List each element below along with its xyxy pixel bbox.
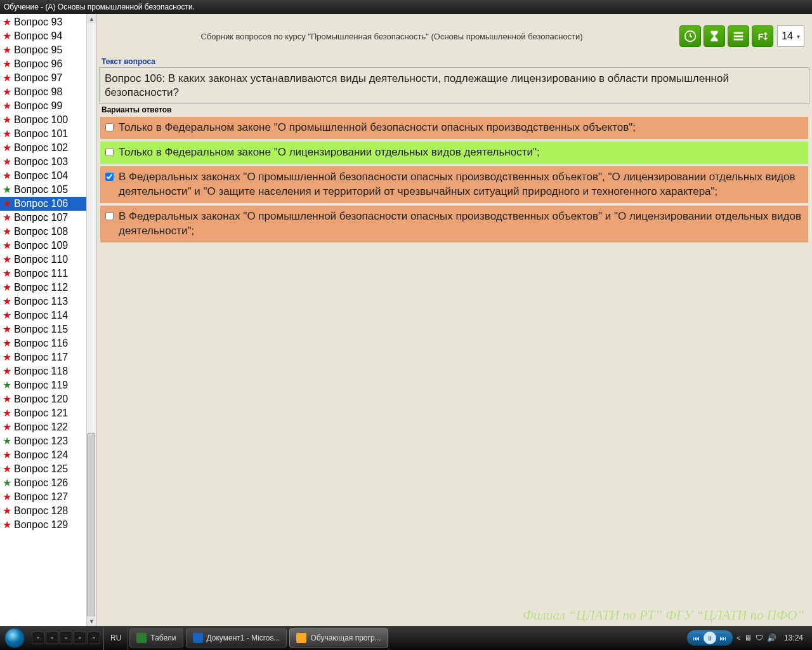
sidebar-question-110[interactable]: ★Вопрос 110 xyxy=(0,253,96,267)
task-label: Обучающая прогр... xyxy=(310,633,381,642)
answer-checkbox[interactable] xyxy=(105,173,114,181)
sidebar-question-120[interactable]: ★Вопрос 120 xyxy=(0,392,96,406)
sidebar-question-93[interactable]: ★Вопрос 93 xyxy=(0,15,96,29)
media-next-icon[interactable]: ⏭ xyxy=(717,632,729,644)
sidebar-question-125[interactable]: ★Вопрос 125 xyxy=(0,462,96,476)
window-title: Обучение - (А) Основы промышленной безоп… xyxy=(4,3,195,11)
sidebar-item-label: Вопрос 103 xyxy=(14,156,68,168)
star-icon: ★ xyxy=(3,352,11,362)
sidebar-question-97[interactable]: ★Вопрос 97 xyxy=(0,71,96,85)
sidebar-scrollbar[interactable]: ▲ ▼ xyxy=(86,14,96,626)
task-label: Табели xyxy=(150,633,176,642)
answer-checkbox[interactable] xyxy=(105,123,114,131)
sidebar-question-99[interactable]: ★Вопрос 99 xyxy=(0,99,96,113)
list-button[interactable] xyxy=(728,25,749,47)
title-bar: Обучение - (А) Основы промышленной безоп… xyxy=(0,0,812,14)
system-tray: ⏮ ⏸ ⏭ < 🖥 🛡 🔊 13:24 xyxy=(682,630,812,646)
sidebar-question-119[interactable]: ★Вопрос 119 xyxy=(0,378,96,392)
sidebar-question-128[interactable]: ★Вопрос 128 xyxy=(0,504,96,518)
answer-text: В Федеральных законах "О промышленной бе… xyxy=(119,209,803,239)
sidebar-question-115[interactable]: ★Вопрос 115 xyxy=(0,322,96,336)
sidebar-question-103[interactable]: ★Вопрос 103 xyxy=(0,155,96,169)
sidebar-item-label: Вопрос 109 xyxy=(14,240,68,251)
media-controls[interactable]: ⏮ ⏸ ⏭ xyxy=(687,630,733,646)
answer-option-1[interactable]: Только в Федеральном законе "О промышлен… xyxy=(100,117,808,139)
app-icon[interactable]: ▫ xyxy=(88,632,100,644)
sidebar-question-96[interactable]: ★Вопрос 96 xyxy=(0,57,96,71)
sidebar-question-107[interactable]: ★Вопрос 107 xyxy=(0,211,96,225)
sidebar-question-129[interactable]: ★Вопрос 129 xyxy=(0,518,96,532)
star-icon: ★ xyxy=(3,17,11,27)
sidebar-question-126[interactable]: ★Вопрос 126 xyxy=(0,476,96,490)
sidebar-question-100[interactable]: ★Вопрос 100 xyxy=(0,113,96,127)
scroll-down-arrow[interactable]: ▼ xyxy=(87,616,96,626)
task-icon xyxy=(296,633,306,643)
sidebar-question-108[interactable]: ★Вопрос 108 xyxy=(0,225,96,239)
scrollbar-thumb[interactable] xyxy=(87,433,95,617)
taskbar-task[interactable]: Документ1 - Micros... xyxy=(186,628,287,647)
sidebar-item-label: Вопрос 124 xyxy=(14,449,68,461)
star-icon: ★ xyxy=(3,324,11,335)
sidebar-item-label: Вопрос 97 xyxy=(14,72,62,84)
taskbar-task[interactable]: Табели xyxy=(129,628,183,647)
sidebar-question-117[interactable]: ★Вопрос 117 xyxy=(0,350,96,364)
answer-option-2[interactable]: Только в Федеральном законе "О лицензиро… xyxy=(100,142,808,164)
sidebar-item-label: Вопрос 104 xyxy=(14,170,68,182)
answer-text: В Федеральных законах "О промышленной бе… xyxy=(119,170,803,199)
volume-icon[interactable]: 🔊 xyxy=(767,633,776,642)
sidebar-question-112[interactable]: ★Вопрос 112 xyxy=(0,281,96,295)
answer-checkbox[interactable] xyxy=(105,148,114,156)
sidebar-item-label: Вопрос 105 xyxy=(14,184,68,196)
answer-option-3[interactable]: В Федеральных законах "О промышленной бе… xyxy=(100,166,808,203)
answer-option-4[interactable]: В Федеральных законах "О промышленной бе… xyxy=(100,206,808,242)
sidebar-question-101[interactable]: ★Вопрос 101 xyxy=(0,127,96,141)
sidebar-question-121[interactable]: ★Вопрос 121 xyxy=(0,406,96,420)
sidebar-question-114[interactable]: ★Вопрос 114 xyxy=(0,308,96,322)
switch-icon[interactable]: ▫ xyxy=(60,632,72,644)
sidebar-question-124[interactable]: ★Вопрос 124 xyxy=(0,448,96,462)
sidebar-question-118[interactable]: ★Вопрос 118 xyxy=(0,364,96,378)
clock-button[interactable] xyxy=(679,25,701,47)
star-icon: ★ xyxy=(3,115,11,125)
sidebar-question-94[interactable]: ★Вопрос 94 xyxy=(0,29,96,43)
language-indicator[interactable]: RU xyxy=(103,626,128,650)
scroll-up-arrow[interactable]: ▲ xyxy=(87,14,96,23)
sidebar-question-111[interactable]: ★Вопрос 111 xyxy=(0,267,96,281)
star-icon: ★ xyxy=(3,87,11,97)
star-icon: ★ xyxy=(3,464,11,474)
sidebar-question-102[interactable]: ★Вопрос 102 xyxy=(0,141,96,155)
tray-icon-1[interactable]: 🖥 xyxy=(744,633,752,642)
ie-icon[interactable]: ▫ xyxy=(46,632,58,644)
font-size-selector[interactable]: 14 ▾ xyxy=(777,25,804,47)
answer-text: Только в Федеральном законе "О лицензиро… xyxy=(119,145,540,160)
taskbar-task[interactable]: Обучающая прогр... xyxy=(289,628,388,647)
tray-chevron-icon[interactable]: < xyxy=(737,635,740,642)
question-sidebar[interactable]: ★Вопрос 93★Вопрос 94★Вопрос 95★Вопрос 96… xyxy=(0,14,96,626)
font-button[interactable]: F xyxy=(752,25,773,47)
sidebar-question-123[interactable]: ★Вопрос 123 xyxy=(0,434,96,448)
sidebar-question-109[interactable]: ★Вопрос 109 xyxy=(0,239,96,253)
star-icon: ★ xyxy=(3,185,11,195)
sidebar-item-label: Вопрос 96 xyxy=(14,58,62,70)
sidebar-question-116[interactable]: ★Вопрос 116 xyxy=(0,336,96,350)
media-play-icon[interactable]: ⏸ xyxy=(704,632,716,644)
sidebar-question-104[interactable]: ★Вопрос 104 xyxy=(0,169,96,183)
answer-checkbox[interactable] xyxy=(105,212,114,220)
clock[interactable]: 13:24 xyxy=(780,633,807,642)
sidebar-question-113[interactable]: ★Вопрос 113 xyxy=(0,295,96,308)
desktop-icon[interactable]: ▫ xyxy=(32,632,44,644)
hourglass-button[interactable] xyxy=(704,25,725,47)
sidebar-question-106[interactable]: ★Вопрос 106 xyxy=(0,197,96,211)
sidebar-item-label: Вопрос 101 xyxy=(14,128,68,140)
wmp-icon[interactable]: ▫ xyxy=(74,632,86,644)
sidebar-question-98[interactable]: ★Вопрос 98 xyxy=(0,85,96,99)
tray-icon-2[interactable]: 🛡 xyxy=(756,633,763,642)
star-icon: ★ xyxy=(3,101,11,111)
media-prev-icon[interactable]: ⏮ xyxy=(691,632,702,644)
star-icon: ★ xyxy=(3,227,11,237)
sidebar-question-95[interactable]: ★Вопрос 95 xyxy=(0,43,96,57)
start-button[interactable] xyxy=(0,626,29,650)
sidebar-question-127[interactable]: ★Вопрос 127 xyxy=(0,490,96,504)
sidebar-question-105[interactable]: ★Вопрос 105 xyxy=(0,183,96,197)
sidebar-question-122[interactable]: ★Вопрос 122 xyxy=(0,420,96,434)
